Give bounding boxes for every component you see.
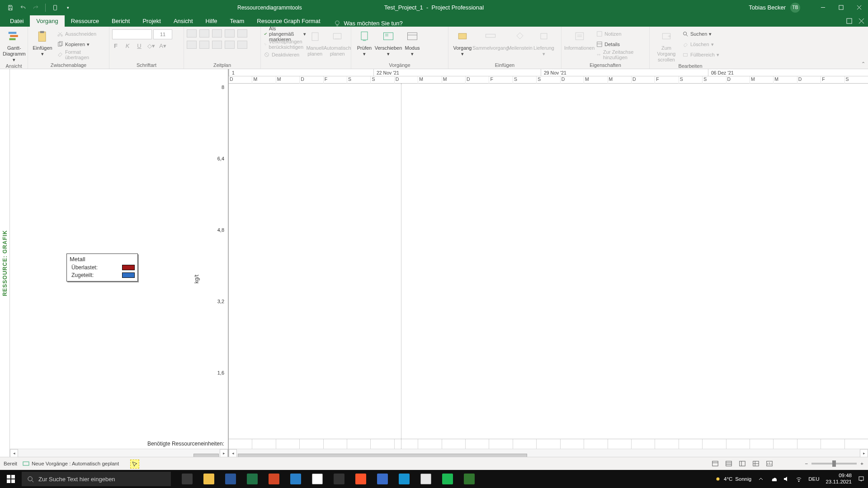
tab-projekt[interactable]: Projekt — [136, 15, 167, 27]
tab-datei[interactable]: Datei — [4, 15, 30, 27]
start-button[interactable] — [0, 470, 22, 488]
move-button[interactable]: Verschieben▾ — [375, 28, 402, 57]
gantt-chart-button[interactable]: Gantt-Diagramm ▾ — [3, 28, 26, 63]
undo-icon[interactable] — [18, 3, 28, 13]
italic-button[interactable]: K — [124, 42, 131, 49]
weather-widget[interactable]: 4°C Sonnig — [715, 476, 751, 482]
auto-schedule-button[interactable]: Automatisch planen — [324, 28, 351, 57]
tray-chevron-icon[interactable] — [758, 476, 764, 482]
view-gantt-icon[interactable] — [712, 460, 719, 467]
svg-rect-15 — [361, 32, 368, 40]
taskbar-task-view-icon[interactable] — [176, 470, 198, 488]
find-button[interactable]: Suchen ▾ — [682, 29, 719, 38]
scroll-left-icon[interactable]: ◂ — [229, 449, 237, 457]
scroll-right-icon[interactable]: ▸ — [860, 449, 868, 457]
close-button[interactable] — [850, 0, 868, 15]
maximize-button[interactable] — [832, 0, 850, 15]
taskbar-word-icon[interactable] — [220, 470, 241, 488]
ribbon-display-icon[interactable] — [846, 18, 852, 24]
taskbar-file-explorer-icon[interactable] — [198, 470, 220, 488]
clear-button[interactable]: Löschen ▾ — [682, 40, 719, 49]
qat-customize-icon[interactable]: ▾ — [63, 3, 73, 13]
tab-team[interactable]: Team — [224, 15, 251, 27]
underline-button[interactable]: U — [136, 42, 143, 49]
taskbar-brave-icon[interactable] — [350, 470, 372, 488]
cut-button[interactable]: Ausschneiden — [57, 29, 106, 38]
milestone-button[interactable]: Meilenstein — [507, 28, 533, 51]
onedrive-icon[interactable] — [770, 476, 777, 482]
insert-task-button[interactable]: Vorgang▾ — [451, 28, 474, 57]
details-button[interactable]: Details — [596, 40, 646, 49]
zoom-track[interactable] — [811, 463, 857, 465]
move-icon — [381, 29, 396, 44]
taskbar-clock[interactable]: 09:48 23.11.2021 — [826, 473, 852, 485]
notes-button[interactable]: Notizen — [596, 29, 646, 38]
taskbar-chrome-icon[interactable] — [307, 470, 328, 488]
notifications-icon[interactable] — [858, 476, 864, 482]
redo-icon[interactable] — [31, 3, 41, 13]
inspect-button[interactable]: Prüfen▾ — [354, 28, 375, 57]
deliverable-button[interactable]: Lieferung▾ — [533, 28, 555, 57]
view-team-planner-icon[interactable] — [739, 460, 746, 467]
taskbar-app-2-icon[interactable] — [372, 470, 393, 488]
respect-links-button[interactable]: Verknüpfungen berücksichtigen — [264, 40, 306, 49]
account-area[interactable]: Tobias Becker TB — [749, 3, 800, 13]
tab-hilfe[interactable]: Hilfe — [199, 15, 224, 27]
scroll-left-icon[interactable]: ◂ — [10, 449, 18, 457]
summary-task-button[interactable]: Sammelvorgang — [474, 28, 507, 51]
tell-me-search[interactable]: Was möchten Sie tun? — [334, 20, 403, 27]
tab-vorgang[interactable]: Vorgang — [30, 15, 64, 27]
taskbar-project-icon[interactable] — [458, 470, 480, 488]
taskbar-obs-icon[interactable] — [328, 470, 350, 488]
information-button[interactable]: Informationen — [564, 28, 594, 51]
taskbar-excel-icon[interactable] — [241, 470, 263, 488]
font-size-input[interactable] — [153, 29, 172, 39]
taskbar-edge-icon[interactable] — [393, 470, 415, 488]
fill-button[interactable]: Füllbereich ▾ — [682, 50, 719, 59]
deactivate-button[interactable]: Deaktivieren — [264, 50, 306, 59]
tab-bericht[interactable]: Bericht — [105, 15, 136, 27]
bold-button[interactable]: F — [112, 42, 119, 49]
collapse-ribbon-icon[interactable]: ⌃ — [861, 61, 865, 67]
view-task-usage-icon[interactable] — [725, 460, 732, 467]
language-indicator[interactable]: DEU — [808, 476, 819, 482]
taskbar-spotify-icon[interactable] — [437, 470, 458, 488]
ribbon-close-icon[interactable] — [859, 18, 864, 24]
zoom-slider[interactable]: − + — [805, 461, 863, 466]
mode-button[interactable]: Modus▾ — [402, 28, 423, 57]
view-resource-sheet-icon[interactable] — [752, 460, 760, 467]
scroll-to-task-button[interactable]: Zum Vorgang scrollen — [652, 28, 680, 63]
copy-button[interactable]: Kopieren ▾ — [57, 40, 106, 49]
taskbar-powerpoint-icon[interactable] — [263, 470, 285, 488]
format-painter-button[interactable]: Format übertragen — [57, 50, 106, 59]
tab-ansicht[interactable]: Ansicht — [167, 15, 199, 27]
add-timeline-button[interactable]: Zur Zeitachse hinzufügen — [596, 50, 646, 59]
view-report-icon[interactable] — [766, 460, 773, 467]
tab-format[interactable]: Resource Graph Format — [250, 15, 326, 27]
taskbar-search[interactable]: Zur Suche Text hier eingeben — [22, 472, 171, 486]
paste-button[interactable]: Einfügen ▾ — [31, 28, 54, 57]
touch-mode-icon[interactable] — [50, 3, 60, 13]
font-name-input[interactable] — [112, 29, 152, 39]
left-hscrollbar[interactable]: ◂ ▸ — [10, 449, 228, 457]
taskbar-app-73-icon[interactable] — [285, 470, 307, 488]
mark-ontrack-button[interactable]: Als plangemäß markieren ▾ — [264, 29, 306, 38]
manual-schedule-button[interactable]: Manuell planen — [306, 28, 324, 57]
percent-complete-buttons[interactable] — [187, 29, 247, 38]
zoom-out-icon[interactable]: − — [805, 461, 808, 466]
view-buttons[interactable] — [712, 460, 773, 467]
right-hscrollbar[interactable]: ◂ ▸ — [229, 449, 868, 457]
volume-icon[interactable] — [783, 476, 789, 482]
outdent-indent-buttons[interactable] — [187, 41, 247, 49]
fill-color-button[interactable]: ◇▾ — [147, 42, 155, 49]
minimize-button[interactable] — [814, 0, 832, 15]
status-new-tasks[interactable]: Neue Vorgänge : Automatisch geplant — [23, 461, 119, 466]
font-color-button[interactable]: A▾ — [159, 42, 166, 49]
scroll-right-icon[interactable]: ▸ — [220, 449, 228, 457]
wifi-icon[interactable] — [796, 476, 802, 482]
tab-ressource[interactable]: Ressource — [65, 15, 105, 27]
chart-body[interactable] — [229, 84, 868, 457]
taskbar-notepad-icon[interactable] — [415, 470, 437, 488]
save-icon[interactable] — [5, 3, 15, 13]
zoom-in-icon[interactable]: + — [860, 461, 863, 466]
